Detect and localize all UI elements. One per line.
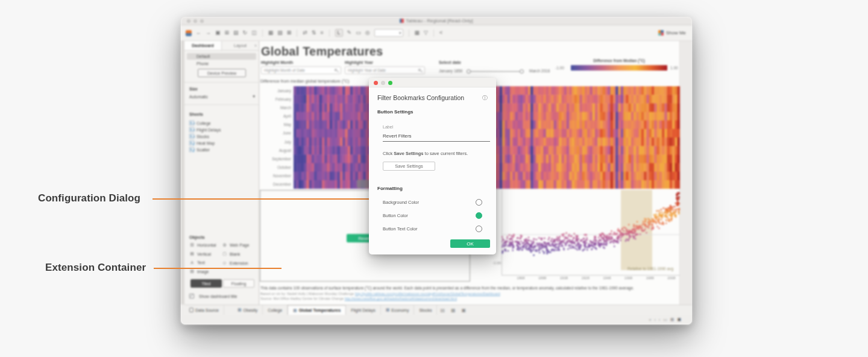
share-icon[interactable]: < [439,30,442,36]
sidebar-item-stocks[interactable]: Stocks [189,134,255,139]
anomaly-scatter-plot[interactable] [502,190,680,276]
sort-descending-icon[interactable]: ≡ [320,30,323,36]
object-blank[interactable]: ▢Blank [222,251,255,256]
show-dashboard-title-checkbox[interactable]: ✓ Show dashboard title [189,294,255,299]
caption-link-3[interactable]: http://www.metoffice.gov.uk/hadobs/hadcr… [345,297,457,300]
tab-data-source[interactable]: Data Source [184,305,224,315]
tableau-doc-icon [400,19,404,23]
add-datasource-icon[interactable]: ⊞ [225,30,230,36]
tiled-button[interactable]: Tiled [190,279,222,288]
tab-flight-delays[interactable]: Flight Delays [346,305,380,315]
object-image[interactable]: ▨Image [189,269,221,274]
configuration-dialog-callout-line [153,198,370,200]
grid-view-icon[interactable]: ▦ [670,317,675,322]
fit-icon[interactable]: ▭ [356,30,361,36]
size-dropdown[interactable]: Automatic ▾ [189,94,255,99]
object-horizontal[interactable]: ▥Horizontal [189,242,221,247]
scatter-x-axis: 1868 1888 1908 1928 1948 1968 1988 2008 [515,276,678,280]
highlight-year-input[interactable]: Highlight Year of Date [345,66,425,74]
dialog-minimize-icon[interactable] [381,81,385,85]
new-dashboard-tab-icon[interactable]: ▦ [448,305,459,315]
caption-line-2: Based on viz by: Nadeli Holly | Makeover… [260,292,355,295]
refresh-icon[interactable]: ↻ [243,30,248,36]
month-label: February [263,95,291,103]
new-worksheet-icon[interactable]: ▤ [233,30,239,36]
toolbar-separator [297,30,297,37]
vertical-icon: ▤ [189,251,195,256]
fit-selector[interactable]: ▾ [374,29,403,37]
sidebar-item-heat-map[interactable]: Heat Map [189,141,255,145]
sidebar-item-college[interactable]: College [189,121,255,125]
show-me-button[interactable]: Show Me [658,30,686,36]
text-icon: A [189,261,195,265]
dashboard-title: Global Temperatures [261,45,383,58]
object-vertical[interactable]: ▤Vertical [189,251,221,256]
save-icon[interactable]: ▣ [215,30,221,36]
swap-axes-icon[interactable]: ⇄ [303,30,307,36]
undo-history-icon[interactable]: ▦ [268,30,274,36]
floating-button[interactable]: Floating [223,279,254,288]
close-pane-icon[interactable]: × [254,43,257,48]
tab-layout[interactable]: Layout [222,41,259,50]
format-icon[interactable]: ✎ [347,30,352,36]
caption-line-1: This data contains 100 observations of s… [260,286,677,291]
tableau-logo-icon[interactable] [186,30,192,36]
new-story-tab-icon[interactable]: ▣ [459,305,470,315]
duplicate-icon[interactable]: ▧ [277,30,283,36]
dialog-zoom-icon[interactable] [388,81,392,85]
tab-college[interactable]: College [263,305,288,315]
filter-bookmarks-configuration-dialog: Filter Bookmarks Configuration ⓘ Button … [369,78,496,254]
tab-economy[interactable]: ▦ Economy [381,305,415,315]
dialog-close-icon[interactable] [374,81,378,85]
normal-view-icon[interactable]: ▭ [663,317,667,322]
sidebar-item-flight-delays[interactable]: Flight Delays [189,127,255,132]
button-text-color-swatch[interactable] [476,226,482,232]
object-extension[interactable]: ◇Extension [222,261,255,265]
tab-global-temperatures[interactable]: ▦ Global Temperatures [288,305,346,315]
back-icon[interactable]: ← [196,30,201,36]
highlight-month-input[interactable]: Highlight Month of Date [261,66,341,74]
presentation-view-icon[interactable]: ▣ [677,317,681,322]
configuration-dialog-annotation: Configuration Dialog [38,192,140,204]
sidebar-item-scatter[interactable]: Scatter [189,147,255,152]
date-slider-handle-start[interactable] [467,69,471,74]
worksheet-icon [189,134,194,139]
extension-container-annotation: Extension Container [45,262,146,274]
month-label: September [263,154,291,163]
caption-link-2[interactable]: http://public.tableau.com/profile/makeov… [355,292,500,295]
button-color-swatch[interactable] [476,212,482,219]
object-text[interactable]: AText [189,261,221,265]
info-icon[interactable]: ⓘ [482,94,488,102]
save-settings-button[interactable]: Save Settings [383,162,435,171]
reference-band-label: Relative to 1961-1990 avg [622,267,673,271]
canvas-gutter [680,41,692,305]
device-preview-button[interactable]: Device Preview [198,69,246,77]
ok-button[interactable]: OK [450,239,490,248]
jump-start-icon[interactable]: « [649,318,652,322]
heatmap-month-axis: January February March April May June Ju… [263,86,291,189]
new-worksheet-tab-icon[interactable]: ▤ [437,305,448,315]
tab-obesity[interactable]: ▦ Obesity [233,305,263,315]
presentation-icon[interactable]: ▽ [424,30,428,36]
clear-icon[interactable]: ⊠ [287,30,292,36]
prev-icon[interactable]: ‹ [654,318,655,322]
date-slider-handle-end[interactable] [520,69,524,74]
highlight-icon[interactable]: L [335,29,343,37]
button-label-input[interactable]: Revert Filters [383,133,490,142]
tab-dashboard[interactable]: Dashboard [184,41,222,50]
annotations-icon[interactable]: ◎ [365,30,370,36]
legends-icon[interactable]: ▦ [415,30,420,36]
background-color-swatch[interactable] [476,199,482,206]
device-phone-row[interactable]: Phone [187,60,256,67]
color-legend-title: Difference from Median (°C) [571,58,667,63]
sheets-header: Sheets [189,112,203,116]
device-default-row[interactable]: Default [187,53,256,60]
pause-updates-icon[interactable]: ◫ [251,30,257,36]
sort-ascending-icon[interactable]: ⇅ [312,30,316,36]
forward-icon[interactable]: → [206,30,211,36]
month-label: November [263,172,291,180]
next-icon[interactable]: › [659,318,660,322]
object-web-page[interactable]: ◍Web Page [222,242,255,247]
date-slider-track[interactable] [468,71,523,72]
tab-stocks[interactable]: Stocks [414,305,437,315]
